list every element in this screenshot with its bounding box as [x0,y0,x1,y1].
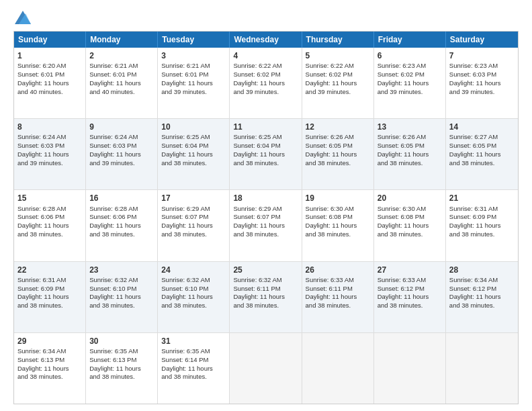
cell-line: Daylight: 11 hours [233,222,285,229]
cell-line: Sunrise: 6:32 AM [233,276,281,283]
cal-cell-13: 13Sunrise: 6:26 AMSunset: 6:05 PMDayligh… [374,119,446,189]
cell-line: and 38 minutes. [17,302,63,309]
cell-line: Sunrise: 6:26 AM [378,133,426,140]
cal-cell-1: 1Sunrise: 6:20 AMSunset: 6:01 PMDaylight… [14,48,86,118]
day-number: 14 [449,122,515,132]
cal-cell-22: 22Sunrise: 6:31 AMSunset: 6:09 PMDayligh… [14,262,86,332]
cell-line: Sunset: 6:03 PM [89,142,136,149]
cell-line: Sunrise: 6:35 AM [89,347,138,355]
cell-line: Daylight: 11 hours [449,222,501,229]
cell-line: Daylight: 11 hours [449,293,501,300]
cal-cell-empty-4 [302,333,374,404]
cell-line: Sunrise: 6:25 AM [161,133,210,140]
cal-cell-11: 11Sunrise: 6:25 AMSunset: 6:04 PMDayligh… [230,119,302,189]
cell-line: Sunrise: 6:28 AM [17,205,66,212]
cell-line: Daylight: 11 hours [306,293,357,300]
cal-cell-29: 29Sunrise: 6:34 AMSunset: 6:13 PMDayligh… [14,333,86,404]
cal-cell-16: 16Sunrise: 6:28 AMSunset: 6:06 PMDayligh… [86,190,158,261]
day-number: 24 [161,265,226,275]
cell-line: Daylight: 11 hours [233,293,285,300]
day-number: 30 [89,336,154,347]
cell-line: Sunset: 6:05 PM [449,142,496,149]
cell-line: Sunset: 6:09 PM [449,213,496,220]
cell-line: Sunset: 6:01 PM [161,71,208,78]
cell-line: Sunrise: 6:30 AM [306,205,354,212]
cell-line: Sunrise: 6:21 AM [161,62,210,69]
calendar: SundayMondayTuesdayWednesdayThursdayFrid… [13,31,519,404]
calendar-body: 1Sunrise: 6:20 AMSunset: 6:01 PMDaylight… [14,48,518,404]
cal-cell-23: 23Sunrise: 6:32 AMSunset: 6:10 PMDayligh… [86,262,158,332]
cell-line: Sunrise: 6:25 AM [233,133,281,140]
cell-line: Daylight: 11 hours [89,293,141,300]
page: SundayMondayTuesdayWednesdayThursdayFrid… [0,0,532,411]
cell-line: Daylight: 11 hours [161,150,213,158]
cell-line: Daylight: 11 hours [161,293,213,300]
cell-line: and 38 minutes. [378,159,423,167]
calendar-row-3: 22Sunrise: 6:31 AMSunset: 6:09 PMDayligh… [14,261,518,332]
cell-line: Sunset: 6:03 PM [449,71,496,78]
cal-cell-12: 12Sunrise: 6:26 AMSunset: 6:05 PMDayligh… [302,119,374,189]
calendar-row-0: 1Sunrise: 6:20 AMSunset: 6:01 PMDaylight… [14,48,518,118]
day-number: 28 [449,265,515,275]
cal-cell-14: 14Sunrise: 6:27 AMSunset: 6:05 PMDayligh… [446,119,518,189]
day-number: 11 [233,122,298,132]
cell-line: Sunset: 6:08 PM [378,213,425,220]
day-number: 22 [17,265,82,275]
day-number: 7 [449,50,515,61]
cell-line: Daylight: 11 hours [306,222,357,229]
cell-line: Sunrise: 6:20 AM [17,62,66,69]
cell-line: Sunset: 6:10 PM [161,285,208,292]
cal-cell-empty-5 [374,333,446,404]
header-day-sunday: Sunday [14,32,86,48]
cell-line: and 38 minutes. [449,159,495,167]
cell-line: and 38 minutes. [306,230,351,238]
cal-cell-10: 10Sunrise: 6:25 AMSunset: 6:04 PMDayligh… [158,119,230,189]
cell-line: and 38 minutes. [161,159,207,167]
day-number: 19 [306,193,370,203]
cell-line: Sunset: 6:01 PM [89,71,136,78]
cal-cell-27: 27Sunrise: 6:33 AMSunset: 6:12 PMDayligh… [374,262,446,332]
cell-line: Daylight: 11 hours [89,222,141,229]
cell-line: and 38 minutes. [161,302,207,309]
cell-line: Sunset: 6:06 PM [17,213,64,220]
cal-cell-3: 3Sunrise: 6:21 AMSunset: 6:01 PMDaylight… [158,48,230,118]
cell-line: Sunrise: 6:26 AM [306,133,354,140]
cell-line: and 38 minutes. [378,302,423,309]
cell-line: Sunset: 6:07 PM [161,213,208,220]
cal-cell-5: 5Sunrise: 6:22 AMSunset: 6:02 PMDaylight… [302,48,374,118]
cell-line: Sunrise: 6:21 AM [89,62,138,69]
cell-line: Daylight: 11 hours [161,222,213,229]
cell-line: Sunset: 6:06 PM [89,213,136,220]
cell-line: Daylight: 11 hours [306,79,357,87]
cell-line: and 39 minutes. [89,159,135,167]
cell-line: and 38 minutes. [89,302,135,309]
cell-line: and 38 minutes. [306,302,351,309]
cal-cell-7: 7Sunrise: 6:23 AMSunset: 6:03 PMDaylight… [446,48,518,118]
cell-line: Sunrise: 6:28 AM [89,205,138,212]
cell-line: Sunrise: 6:33 AM [378,276,426,283]
cell-line: and 39 minutes. [378,88,423,95]
logo [13,11,31,24]
cell-line: Sunrise: 6:24 AM [89,133,138,140]
cell-line: and 38 minutes. [306,159,351,167]
day-number: 10 [161,122,226,132]
cell-line: Daylight: 11 hours [17,79,69,87]
cell-line: and 40 minutes. [17,88,63,95]
cell-line: and 39 minutes. [233,88,279,95]
cell-line: Daylight: 11 hours [449,79,501,87]
cal-cell-25: 25Sunrise: 6:32 AMSunset: 6:11 PMDayligh… [230,262,302,332]
cell-line: and 38 minutes. [233,230,279,238]
cell-line: Sunrise: 6:32 AM [89,276,138,283]
cell-line: and 39 minutes. [449,88,495,95]
day-number: 13 [378,122,442,132]
header-day-friday: Friday [374,32,446,48]
cell-line: and 38 minutes. [449,302,495,309]
cell-line: Daylight: 11 hours [17,365,69,372]
cell-line: and 40 minutes. [89,88,135,95]
cell-line: and 38 minutes. [161,230,207,238]
day-number: 16 [89,193,154,203]
cell-line: and 38 minutes. [161,373,207,380]
cal-cell-31: 31Sunrise: 6:35 AMSunset: 6:14 PMDayligh… [158,333,230,404]
cal-cell-28: 28Sunrise: 6:34 AMSunset: 6:12 PMDayligh… [446,262,518,332]
day-number: 27 [378,265,442,275]
